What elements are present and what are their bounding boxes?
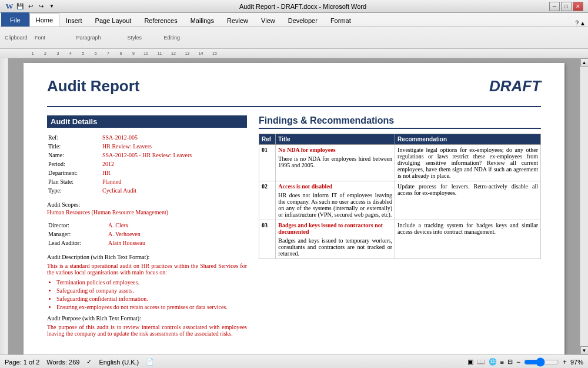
name-value: SSA-2012-005 - HR Review: Leavers [102, 151, 246, 159]
period-value: 2012 [102, 160, 246, 168]
word-icon: W [5, 2, 14, 11]
title-label: Title: [48, 142, 101, 150]
tab-mailings[interactable]: Mailings [184, 14, 220, 26]
lead-auditor-value: Alain Rousseau [108, 239, 246, 247]
period-label: Period: [48, 160, 101, 168]
desc-header: Audit Description (with Rich Text Format… [47, 254, 247, 260]
view-reading-icon[interactable]: 📖 [477, 358, 485, 366]
finding-recommendation: Investigate legal options for ex-employe… [395, 145, 541, 181]
window-title: Audit Report - DRAFT.docx - Microsoft Wo… [56, 3, 549, 10]
word-count: Words: 269 [46, 359, 79, 366]
vertical-ruler [0, 58, 8, 354]
document-header: Audit Report DRAFT [47, 77, 541, 95]
customize-icon[interactable]: ▼ [47, 2, 56, 11]
save-icon[interactable]: 💾 [15, 2, 25, 11]
main-area: Audit Report DRAFT Audit Details Ref: SS… [0, 58, 588, 354]
audit-details-table: Ref: SSA-2012-005 Title: HR Review: Leav… [47, 132, 247, 195]
quick-access-toolbar: W 💾 ↩ ↪ ▼ [5, 2, 56, 11]
tab-review[interactable]: Review [220, 14, 255, 26]
manager-value: A. Verhoeven [108, 230, 246, 238]
ribbon-command-area: Clipboard Font Paragraph Styles Editing [5, 35, 180, 41]
purpose-section: Audit Purpose (with Rich Text Format): T… [47, 315, 247, 337]
finding-title: No NDA for employees [278, 147, 392, 153]
manager-label: Manager: [48, 230, 107, 238]
left-column: Audit Details Ref: SSA-2012-005 Title: H… [47, 115, 247, 340]
ribbon: File Home Insert Page Layout References … [0, 13, 588, 49]
purpose-text: The purpose of this audit is to review i… [47, 324, 247, 337]
table-header-row: Ref Title Recommendation [259, 134, 541, 145]
document-title: Audit Report [47, 77, 139, 95]
zoom-slider[interactable] [524, 359, 559, 365]
document-icon: 📄 [146, 358, 154, 366]
vertical-scrollbar[interactable]: ▲ ▼ [580, 58, 588, 354]
desc-text: This is a standard operational audit on … [47, 263, 247, 276]
view-outline-icon[interactable]: ≡ [500, 359, 504, 366]
finding-title: Badges and keys issued to contractors no… [278, 222, 392, 235]
list-item: Termination policies of employees. [56, 279, 247, 286]
people-table: Director: A. Clerx Manager: A. Verhoeven… [47, 220, 247, 248]
description-section: Audit Description (with Rich Text Format… [47, 254, 247, 310]
zoom-out-button[interactable]: − [516, 358, 520, 366]
table-row: Period: 2012 [48, 160, 246, 168]
findings-header: Findings & Recommendations [259, 115, 541, 129]
scopes-label: Audit Scopes: [47, 201, 247, 208]
tab-developer[interactable]: Developer [282, 14, 324, 26]
table-row: Manager: A. Verhoeven [48, 230, 246, 238]
tab-format[interactable]: Format [324, 14, 358, 26]
minimize-button[interactable]: ─ [549, 2, 560, 11]
page-info: Page: 1 of 2 [5, 359, 39, 366]
bullet-list: Termination policies of employees. Safeg… [56, 279, 247, 310]
list-item: Safeguarding of company assets. [56, 287, 247, 294]
title-bar-left: W 💾 ↩ ↪ ▼ [5, 2, 56, 11]
language: English (U.K.) [99, 359, 139, 366]
spell-check-icon[interactable]: ✓ [86, 358, 92, 366]
document-page: Audit Report DRAFT Audit Details Ref: SS… [24, 63, 564, 354]
ribbon-tabs: File Home Insert Page Layout References … [0, 13, 588, 27]
col-ref: Ref [259, 134, 276, 145]
finding-recommendation: Include a tracking system for badges key… [395, 220, 541, 259]
table-row: Department: HR [48, 169, 246, 177]
maximize-button[interactable]: □ [561, 2, 572, 11]
ribbon-minimize-icon[interactable]: ▲ [580, 20, 586, 26]
tab-view[interactable]: View [255, 14, 282, 26]
finding-title-cell: Badges and keys issued to contractors no… [276, 220, 395, 259]
zoom-in-button[interactable]: + [563, 358, 567, 366]
plan-state-value: Planned [102, 178, 246, 185]
table-row: Title: HR Review: Leavers [48, 142, 246, 150]
department-label: Department: [48, 169, 101, 177]
header-divider [47, 106, 541, 107]
view-web-icon[interactable]: 🌐 [489, 358, 497, 366]
director-value: A. Clerx [108, 221, 246, 229]
view-print-icon[interactable]: ▣ [467, 358, 473, 366]
finding-body: HR does not inform IT of employees leavi… [278, 192, 392, 218]
finding-ref: 03 [259, 220, 276, 259]
horizontal-ruler: 1 2 3 4 5 6 7 8 9 10 11 12 13 14 15 [0, 49, 588, 58]
close-button[interactable]: ✕ [573, 2, 583, 11]
undo-icon[interactable]: ↩ [26, 2, 35, 11]
tab-insert[interactable]: Insert [59, 14, 89, 26]
finding-ref: 02 [259, 181, 276, 220]
ruler-marks: 1 2 3 4 5 6 7 8 9 10 11 12 13 14 15 [26, 51, 217, 55]
table-row: 03 Badges and keys issued to contractors… [259, 220, 541, 259]
ref-label: Ref: [48, 134, 101, 141]
draft-label: DRAFT [489, 77, 541, 95]
status-bar: Page: 1 of 2 Words: 269 ✓ English (U.K.)… [0, 354, 588, 368]
redo-icon[interactable]: ↪ [36, 2, 46, 11]
finding-title: Access is not disabled [278, 183, 392, 190]
finding-body: Badges and keys issued to temporary work… [278, 237, 392, 257]
findings-table: Ref Title Recommendation 01 No NDA for e… [259, 134, 541, 259]
window-controls: ─ □ ✕ [549, 2, 583, 11]
tab-references[interactable]: References [138, 14, 183, 26]
tab-file[interactable]: File [1, 12, 29, 26]
tab-page-layout[interactable]: Page Layout [89, 14, 138, 26]
scopes-section: Audit Scopes: Human Resources (Human Res… [47, 201, 247, 216]
ribbon-help-icon[interactable]: ? [576, 20, 579, 26]
table-row: Ref: SSA-2012-005 [48, 134, 246, 141]
table-row: Lead Auditor: Alain Rousseau [48, 239, 246, 247]
tab-home[interactable]: Home [29, 14, 59, 26]
scroll-up-button[interactable]: ▲ [580, 58, 589, 67]
plan-state-label: Plan State: [48, 178, 101, 185]
view-draft-icon[interactable]: ⊟ [507, 358, 513, 366]
name-label: Name: [48, 151, 101, 159]
scroll-down-button[interactable]: ▼ [580, 346, 589, 354]
